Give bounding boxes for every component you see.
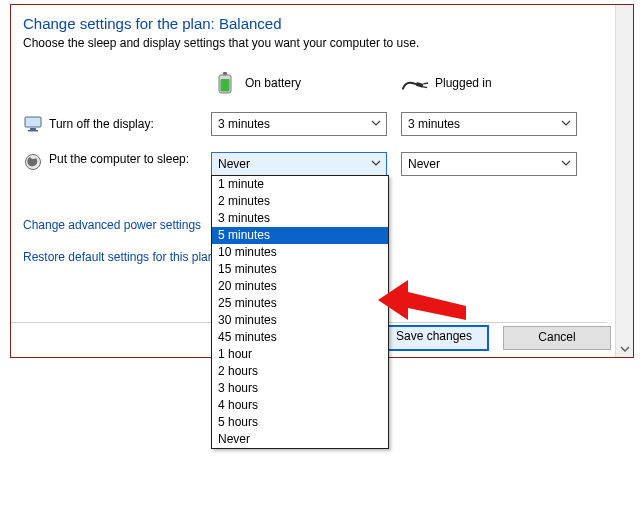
plugged-in-label: Plugged in	[435, 76, 492, 90]
on-battery-header: On battery	[211, 72, 401, 94]
save-changes-button[interactable]: Save changes	[379, 325, 489, 351]
dropdown-option[interactable]: 3 minutes	[212, 210, 388, 227]
sleep-battery-dropdown[interactable]: Never	[211, 152, 387, 176]
plugged-in-header: Plugged in	[401, 72, 591, 94]
vertical-scrollbar[interactable]	[615, 5, 633, 357]
chevron-down-icon	[370, 157, 382, 169]
plug-icon	[401, 72, 429, 94]
dropdown-option[interactable]: 20 minutes	[212, 278, 388, 295]
on-battery-label: On battery	[245, 76, 301, 90]
column-headers: On battery Plugged in	[11, 68, 633, 98]
sleep-icon	[23, 152, 43, 172]
dropdown-option[interactable]: 3 hours	[212, 380, 388, 397]
row-sleep: Put the computer to sleep: Never 1 minut…	[11, 152, 633, 176]
dropdown-option[interactable]: 5 minutes	[212, 227, 388, 244]
sleep-battery-dropdown-list[interactable]: 1 minute2 minutes3 minutes5 minutes10 mi…	[211, 175, 389, 449]
display-icon	[23, 114, 43, 134]
dropdown-option[interactable]: 5 hours	[212, 414, 388, 431]
chevron-down-icon	[560, 157, 572, 169]
sleep-plugged-dropdown[interactable]: Never	[401, 152, 577, 176]
dropdown-option[interactable]: 25 minutes	[212, 295, 388, 312]
dropdown-option[interactable]: 10 minutes	[212, 244, 388, 261]
scroll-down-icon[interactable]	[616, 340, 633, 357]
svg-rect-7	[28, 130, 38, 132]
svg-line-4	[422, 87, 427, 88]
display-plugged-dropdown[interactable]: 3 minutes	[401, 112, 577, 136]
svg-rect-2	[221, 79, 230, 92]
page-title: Change settings for the plan: Balanced	[11, 5, 633, 36]
sleep-label: Put the computer to sleep:	[49, 152, 199, 166]
display-battery-dropdown[interactable]: 3 minutes	[211, 112, 387, 136]
dropdown-option[interactable]: 1 hour	[212, 346, 388, 363]
battery-icon	[211, 72, 239, 94]
dropdown-option[interactable]: Never	[212, 431, 388, 448]
dropdown-option[interactable]: 30 minutes	[212, 312, 388, 329]
dropdown-option[interactable]: 4 hours	[212, 397, 388, 414]
cancel-button[interactable]: Cancel	[503, 326, 611, 350]
svg-rect-6	[30, 128, 36, 130]
chevron-down-icon	[370, 117, 382, 129]
turn-off-display-label: Turn off the display:	[49, 117, 154, 131]
power-plan-settings-panel: Change settings for the plan: Balanced C…	[10, 4, 634, 358]
svg-line-3	[423, 83, 428, 84]
dropdown-option[interactable]: 2 minutes	[212, 193, 388, 210]
row-turn-off-display: Turn off the display: 3 minutes 3 minute…	[11, 112, 633, 136]
svg-rect-5	[25, 117, 41, 127]
chevron-down-icon	[560, 117, 572, 129]
dropdown-option[interactable]: 2 hours	[212, 363, 388, 380]
dropdown-option[interactable]: 1 minute	[212, 176, 388, 193]
dropdown-option[interactable]: 45 minutes	[212, 329, 388, 346]
dropdown-option[interactable]: 15 minutes	[212, 261, 388, 278]
page-description: Choose the sleep and display settings th…	[11, 36, 633, 68]
